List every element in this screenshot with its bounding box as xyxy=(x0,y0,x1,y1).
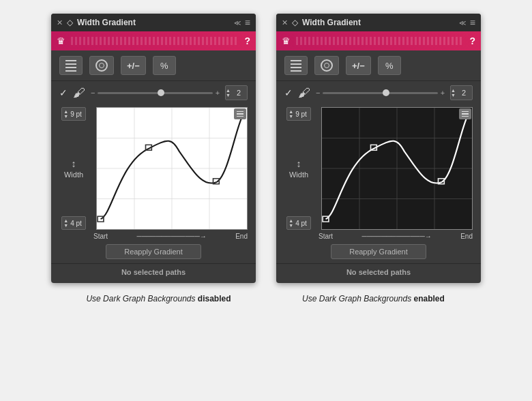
pt-bottom-down[interactable]: ▼ xyxy=(63,223,68,228)
right-titlebar-left: ✕ ◇ Width Gradient xyxy=(282,18,361,27)
left-axis-start: Start xyxy=(93,233,108,240)
right-close-icon[interactable]: ✕ xyxy=(282,18,288,27)
right-pt-top-arrows[interactable]: ▲ ▼ xyxy=(289,109,293,119)
left-toolbar: +/− % xyxy=(51,50,256,81)
slider-track[interactable] xyxy=(98,92,212,94)
left-titlebar-left: ✕ ◇ Width Gradient xyxy=(57,18,136,27)
right-lines-button[interactable] xyxy=(284,56,308,75)
right-pt-top-stepper[interactable]: ▲ ▼ 9 pt xyxy=(286,107,311,121)
right-axis-arrow: ─────────────→ xyxy=(333,233,460,240)
plusminus-button[interactable]: +/− xyxy=(121,56,146,75)
right-pt-top-value: 9 pt xyxy=(293,110,309,118)
right-caption: Use Dark Graph Backgrounds enabled xyxy=(276,293,471,305)
right-stepper-up[interactable]: ▲ xyxy=(451,88,456,93)
hamburger-icon[interactable]: ≡ xyxy=(245,17,250,28)
right-stepper-down[interactable]: ▼ xyxy=(451,93,456,98)
right-pt-bottom-down[interactable]: ▼ xyxy=(289,223,293,228)
right-pt-bottom-value: 4 pt xyxy=(293,220,309,227)
lines-button[interactable] xyxy=(59,56,83,75)
stepper-arrows[interactable]: ▲ ▼ xyxy=(226,86,231,100)
right-collapse-icon[interactable]: ≪ xyxy=(459,19,466,27)
right-slider-plus: + xyxy=(441,89,445,97)
graph-menu-icon xyxy=(237,111,243,117)
right-pink-stripe xyxy=(296,37,464,45)
right-pt-bottom-stepper[interactable]: ▲ ▼ 4 pt xyxy=(286,216,311,230)
pt-top-down[interactable]: ▼ xyxy=(63,114,68,119)
right-pink-bar: ♛ ? xyxy=(276,31,481,50)
pt-top-arrows[interactable]: ▲ ▼ xyxy=(63,109,68,119)
right-stepper-arrows[interactable]: ▲ ▼ xyxy=(451,86,456,100)
stepper-down-arrow[interactable]: ▼ xyxy=(226,93,231,98)
right-width-text: Width xyxy=(289,170,308,179)
caption-row: Use Dark Graph Backgrounds disabled Use … xyxy=(61,293,471,305)
graph-menu-button[interactable] xyxy=(234,108,246,119)
right-circle-button[interactable] xyxy=(314,56,339,75)
pt-top-stepper[interactable]: ▲ ▼ 9 pt xyxy=(61,107,86,121)
right-graph-area xyxy=(321,107,473,230)
diamond-icon: ◇ xyxy=(67,18,73,27)
crown-icon: ♛ xyxy=(57,35,65,46)
right-pt-top-down[interactable]: ▼ xyxy=(289,114,293,119)
right-lines-icon xyxy=(291,60,301,72)
width-arrows-icon: ↕ xyxy=(72,158,76,169)
circle-icon xyxy=(95,59,108,72)
right-graph-row: ▲ ▼ 9 pt ↕ Width ▲ ▼ 4 pt xyxy=(276,104,481,233)
collapse-arrows-icon[interactable]: ≪ xyxy=(234,19,241,27)
percent-button[interactable]: % xyxy=(153,56,176,75)
right-titlebar-right: ≪ ≡ xyxy=(459,17,475,28)
brush-value: 2 xyxy=(231,89,247,97)
brush-stepper[interactable]: ▲ ▼ 2 xyxy=(225,85,248,100)
right-slider-container: − + xyxy=(316,89,445,97)
close-icon[interactable]: ✕ xyxy=(57,18,63,27)
right-check-icon[interactable]: ✓ xyxy=(284,87,293,98)
right-help-icon[interactable]: ? xyxy=(469,35,475,46)
right-brush-row: ✓ 🖌 − + ▲ ▼ 2 xyxy=(276,81,481,104)
right-axis-row: Start ─────────────→ End xyxy=(276,233,481,240)
left-axis-end: End xyxy=(235,233,248,240)
stepper-up-arrow[interactable]: ▲ xyxy=(226,88,231,93)
left-titlebar-right: ≪ ≡ xyxy=(234,17,250,28)
right-pt-bottom-up[interactable]: ▲ xyxy=(289,218,293,223)
left-reapply-row: Reapply Gradient xyxy=(51,240,256,263)
width-text: Width xyxy=(64,170,83,179)
right-pt-top-up[interactable]: ▲ xyxy=(289,109,293,114)
left-panel-title: Width Gradient xyxy=(77,18,136,27)
left-caption-line1: Use Dark Graph Backgrounds xyxy=(86,294,195,303)
left-graph-svg[interactable] xyxy=(96,107,248,230)
right-percent-button[interactable]: % xyxy=(378,56,401,75)
right-graph-svg[interactable] xyxy=(321,107,473,230)
right-axis-end: End xyxy=(460,233,473,240)
right-titlebar: ✕ ◇ Width Gradient ≪ ≡ xyxy=(276,14,481,31)
pink-stripe xyxy=(71,37,239,45)
right-plusminus-button[interactable]: +/− xyxy=(346,56,371,75)
right-graph-menu-icon xyxy=(462,111,469,117)
right-width-arrows-icon: ↕ xyxy=(297,158,301,169)
left-panel: ✕ ◇ Width Gradient ≪ ≡ ♛ ? xyxy=(51,14,256,283)
left-graph-area xyxy=(96,107,248,230)
right-brush-stepper[interactable]: ▲ ▼ 2 xyxy=(450,85,473,100)
right-slider-thumb xyxy=(383,89,389,96)
right-pt-bottom-arrows[interactable]: ▲ ▼ xyxy=(289,218,293,228)
right-graph-menu-button[interactable] xyxy=(459,108,471,119)
left-axis-arrow: ─────────────→ xyxy=(108,233,235,240)
right-width-label-box: ↕ Width xyxy=(289,158,308,179)
left-titlebar: ✕ ◇ Width Gradient ≪ ≡ xyxy=(51,14,256,31)
left-graph-controls: ▲ ▼ 9 pt ↕ Width ▲ ▼ 4 pt xyxy=(57,107,91,230)
brush-icon: 🖌 xyxy=(73,86,85,100)
right-hamburger-icon[interactable]: ≡ xyxy=(470,17,475,28)
right-axis-start: Start xyxy=(319,233,333,240)
right-reapply-button[interactable]: Reapply Gradient xyxy=(331,244,426,259)
pt-bottom-up[interactable]: ▲ xyxy=(63,218,68,223)
check-icon[interactable]: ✓ xyxy=(59,87,68,98)
right-slider-track[interactable] xyxy=(323,92,437,94)
pt-bottom-arrows[interactable]: ▲ ▼ xyxy=(63,218,68,228)
right-panel: ✕ ◇ Width Gradient ≪ ≡ ♛ ? xyxy=(276,14,481,283)
help-icon[interactable]: ? xyxy=(244,35,250,46)
left-graph-row: ▲ ▼ 9 pt ↕ Width ▲ ▼ 4 pt xyxy=(51,104,256,233)
pt-bottom-stepper[interactable]: ▲ ▼ 4 pt xyxy=(61,216,86,230)
left-reapply-button[interactable]: Reapply Gradient xyxy=(106,244,201,259)
right-circle-inner xyxy=(324,63,329,68)
circle-button[interactable] xyxy=(89,56,114,75)
right-slider-minus: − xyxy=(316,89,320,97)
pt-top-up[interactable]: ▲ xyxy=(63,109,68,114)
